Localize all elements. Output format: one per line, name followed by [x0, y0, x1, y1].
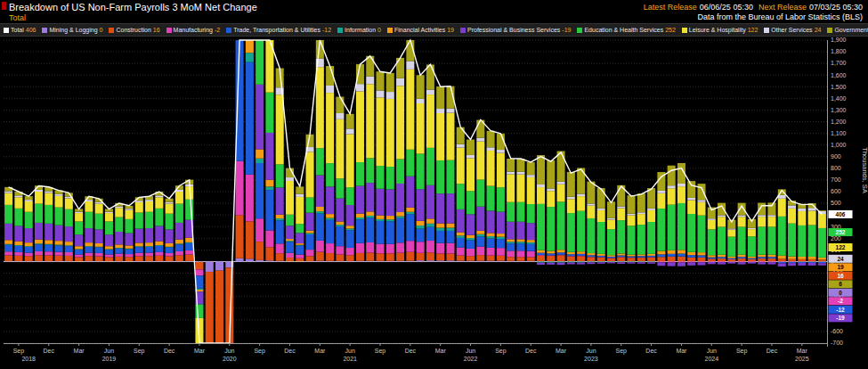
svg-text:Dec: Dec	[164, 348, 175, 354]
legend-value: 19	[447, 27, 454, 33]
legend-swatch-icon	[827, 28, 832, 33]
svg-text:Dec: Dec	[645, 348, 657, 354]
svg-text:Dec: Dec	[284, 348, 296, 354]
payrolls-stacked-chart[interactable]: 1,9001,8001,7001,6001,5001,4001,3001,200…	[0, 37, 868, 369]
legend-label: Government	[834, 27, 868, 33]
legend-value: 122	[748, 27, 758, 33]
svg-text:1,000: 1,000	[831, 142, 847, 148]
svg-text:1,600: 1,600	[831, 72, 847, 78]
latest-release-value: 06/06/25 05:30	[700, 3, 753, 12]
legend-value: 0	[377, 27, 381, 33]
page-title: Breakdown of US Non-Farm Payrolls 3 MoM …	[9, 2, 257, 13]
svg-text:2022: 2022	[464, 356, 478, 362]
legend-label: Trade, Transportation & Utilities	[233, 27, 320, 33]
svg-text:Jun: Jun	[224, 348, 234, 354]
x-axis-labels: SepDecMarJunSepDecMarJunSepDecMarJunSepD…	[13, 343, 809, 362]
svg-text:Jun: Jun	[586, 348, 596, 354]
svg-text:Dec: Dec	[44, 348, 55, 354]
svg-text:Mar: Mar	[797, 348, 808, 354]
release-block: Latest Release06/06/25 05:30Next Release…	[638, 2, 863, 22]
svg-text:1,300: 1,300	[831, 107, 847, 113]
svg-text:2020: 2020	[223, 356, 237, 362]
legend-swatch-icon	[4, 28, 9, 33]
svg-text:Sep: Sep	[736, 348, 748, 355]
svg-text:252: 252	[836, 229, 846, 235]
legend-value: -2	[215, 27, 220, 33]
svg-text:Mar: Mar	[556, 348, 567, 354]
svg-text:2023: 2023	[584, 356, 598, 362]
svg-text:-600: -600	[831, 328, 843, 334]
svg-text:700: 700	[831, 176, 841, 183]
svg-text:Jun: Jun	[466, 348, 475, 354]
header: Breakdown of US Non-Farm Payrolls 3 MoM …	[0, 0, 868, 23]
legend-value: 16	[153, 27, 160, 33]
next-release-value: 07/03/25 05:30	[809, 3, 863, 12]
legend-item-0[interactable]: Total406	[4, 27, 36, 33]
svg-text:Jun: Jun	[707, 348, 717, 354]
legend-swatch-icon	[682, 28, 687, 33]
svg-text:Mar: Mar	[314, 348, 326, 354]
legend-item-5[interactable]: Information0	[337, 27, 381, 33]
legend-item-1[interactable]: Mining & Logging0	[42, 27, 102, 33]
svg-text:-2: -2	[838, 298, 843, 304]
next-release-label: Next Release	[758, 3, 807, 12]
svg-text:1,200: 1,200	[831, 119, 847, 125]
svg-text:406: 406	[836, 211, 846, 217]
legend-label: Construction	[116, 27, 150, 33]
series-subtitle[interactable]: Total	[9, 13, 257, 23]
legend-value: 406	[26, 27, 37, 33]
svg-text:Sep: Sep	[616, 348, 628, 355]
svg-text:Sep: Sep	[13, 348, 25, 355]
svg-text:19: 19	[837, 264, 844, 270]
svg-text:Jun: Jun	[345, 348, 355, 354]
svg-text:600: 600	[831, 188, 841, 194]
svg-text:0: 0	[839, 290, 842, 296]
legend-swatch-icon	[166, 28, 172, 33]
latest-release-label: Latest Release	[644, 3, 697, 12]
svg-text:1,500: 1,500	[831, 84, 847, 90]
legend-swatch-icon	[460, 28, 466, 33]
svg-text:2018: 2018	[21, 356, 36, 362]
svg-text:Sep: Sep	[495, 348, 507, 355]
svg-text:1,700: 1,700	[831, 60, 847, 66]
legend-item-2[interactable]: Construction16	[109, 27, 159, 33]
svg-text:1,400: 1,400	[831, 95, 847, 102]
svg-text:Mar: Mar	[676, 348, 687, 354]
legend-item-8[interactable]: Education & Health Services252	[577, 27, 675, 33]
svg-text:122: 122	[836, 244, 846, 250]
chart-area: 1,9001,8001,7001,6001,5001,4001,3001,200…	[0, 37, 868, 369]
legend-label: Professional & Business Services	[467, 27, 560, 33]
legend-label: Leisure & Hospitality	[689, 27, 746, 33]
svg-text:1,100: 1,100	[831, 130, 847, 136]
app-accent-icon	[2, 2, 6, 10]
legend-label: Other Services	[771, 27, 812, 33]
svg-text:Mar: Mar	[435, 348, 447, 354]
legend-value: -12	[322, 27, 331, 33]
legend-item-4[interactable]: Trade, Transportation & Utilities-12	[226, 27, 331, 33]
legend-label: Education & Health Services	[584, 27, 663, 33]
terminal-chart-window: Breakdown of US Non-Farm Payrolls 3 MoM …	[0, 0, 868, 369]
legend-label: Mining & Logging	[49, 27, 97, 33]
data-source: Data from the Bureau of Labor Statistics…	[638, 12, 863, 22]
legend-item-6[interactable]: Financial Activities19	[387, 27, 454, 33]
legend-swatch-icon	[577, 28, 582, 33]
svg-text:-700: -700	[831, 340, 843, 346]
y-axis-title: Thousands, SA	[861, 147, 868, 193]
legend-swatch-icon	[42, 28, 47, 33]
legend: Total406Mining & Logging0Construction16M…	[0, 23, 868, 37]
svg-text:2025: 2025	[795, 356, 809, 362]
legend-value: 252	[665, 27, 676, 33]
svg-text:Dec: Dec	[405, 348, 417, 354]
legend-item-7[interactable]: Professional & Business Services-19	[460, 27, 571, 33]
legend-item-10[interactable]: Other Services24	[764, 27, 821, 33]
legend-item-9[interactable]: Leisure & Hospitality122	[682, 27, 758, 33]
legend-item-11[interactable]: Government6	[827, 27, 868, 33]
legend-item-3[interactable]: Manufacturing-2	[166, 27, 221, 33]
legend-swatch-icon	[764, 28, 769, 33]
legend-value: -19	[562, 27, 571, 33]
svg-text:900: 900	[831, 153, 841, 160]
svg-text:800: 800	[831, 165, 841, 171]
svg-text:Mar: Mar	[74, 348, 85, 354]
legend-value: 24	[815, 27, 822, 33]
legend-label: Information	[345, 27, 376, 33]
